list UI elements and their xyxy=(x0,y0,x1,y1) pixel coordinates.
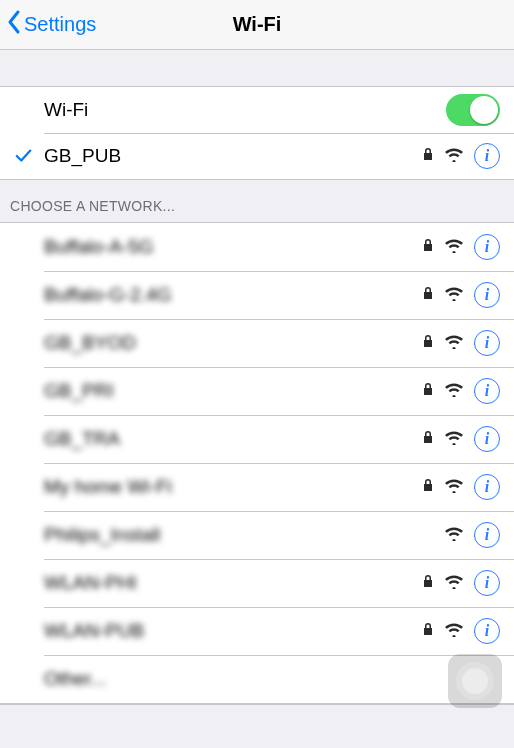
info-icon: i xyxy=(485,527,489,543)
network-row[interactable]: My home Wi-Fii xyxy=(0,463,514,511)
wifi-icon xyxy=(444,525,464,545)
spacer xyxy=(0,50,514,86)
back-button[interactable]: Settings xyxy=(6,8,96,41)
bottom-spacer xyxy=(0,704,514,744)
network-name: WLAN-PUB xyxy=(44,620,422,642)
wifi-icon xyxy=(444,381,464,401)
lock-icon xyxy=(422,621,434,641)
lock-icon xyxy=(422,429,434,449)
wifi-icon xyxy=(444,429,464,449)
info-button[interactable]: i xyxy=(474,282,500,308)
navbar: Settings Wi-Fi xyxy=(0,0,514,50)
other-label: Other... xyxy=(44,668,500,690)
networks-group: Buffalo-A-5GiBuffalo-G-2.4GiGB_BYODiGB_P… xyxy=(0,222,514,704)
info-button[interactable]: i xyxy=(474,378,500,404)
network-row[interactable]: WLAN-PHIi xyxy=(0,559,514,607)
info-button[interactable]: i xyxy=(474,143,500,169)
wifi-icon xyxy=(444,146,464,166)
assistive-touch-button[interactable] xyxy=(448,654,502,708)
wifi-group: Wi-Fi GB_PUB i xyxy=(0,86,514,180)
network-name: GB_BYOD xyxy=(44,332,422,354)
info-icon: i xyxy=(485,431,489,447)
info-icon: i xyxy=(485,239,489,255)
wifi-toggle-label: Wi-Fi xyxy=(44,99,446,121)
info-icon: i xyxy=(485,575,489,591)
wifi-icon xyxy=(444,333,464,353)
info-button[interactable]: i xyxy=(474,426,500,452)
network-name: WLAN-PHI xyxy=(44,572,422,594)
network-name: My home Wi-Fi xyxy=(44,476,422,498)
network-row[interactable]: GB_BYODi xyxy=(0,319,514,367)
info-button[interactable]: i xyxy=(474,234,500,260)
chevron-left-icon xyxy=(6,8,22,41)
wifi-toggle[interactable] xyxy=(446,94,500,126)
check-icon xyxy=(12,147,36,165)
info-button[interactable]: i xyxy=(474,618,500,644)
network-row[interactable]: GB_TRAi xyxy=(0,415,514,463)
network-name: Buffalo-G-2.4G xyxy=(44,284,422,306)
info-icon: i xyxy=(485,479,489,495)
lock-icon xyxy=(422,573,434,593)
network-row[interactable]: Buffalo-A-5Gi xyxy=(0,223,514,271)
info-icon: i xyxy=(485,148,489,164)
assistive-touch-icon xyxy=(462,668,488,694)
lock-icon xyxy=(422,237,434,257)
network-name: GB_PRI xyxy=(44,380,422,402)
wifi-icon xyxy=(444,477,464,497)
network-row[interactable]: Philips_Installi xyxy=(0,511,514,559)
lock-icon xyxy=(422,285,434,305)
wifi-icon xyxy=(444,621,464,641)
lock-icon xyxy=(422,146,434,166)
network-row[interactable]: Buffalo-G-2.4Gi xyxy=(0,271,514,319)
lock-icon xyxy=(422,333,434,353)
other-network-row[interactable]: Other... xyxy=(0,655,514,703)
wifi-icon xyxy=(444,237,464,257)
info-button[interactable]: i xyxy=(474,474,500,500)
back-label: Settings xyxy=(24,13,96,36)
info-button[interactable]: i xyxy=(474,522,500,548)
page-title: Wi-Fi xyxy=(233,13,282,36)
wifi-icon xyxy=(444,573,464,593)
info-button[interactable]: i xyxy=(474,330,500,356)
network-name: Buffalo-A-5G xyxy=(44,236,422,258)
wifi-toggle-row: Wi-Fi xyxy=(0,87,514,133)
info-button[interactable]: i xyxy=(474,570,500,596)
info-icon: i xyxy=(485,287,489,303)
connected-network-name: GB_PUB xyxy=(44,145,422,167)
network-name: GB_TRA xyxy=(44,428,422,450)
network-row[interactable]: WLAN-PUBi xyxy=(0,607,514,655)
wifi-icon xyxy=(444,285,464,305)
info-icon: i xyxy=(485,623,489,639)
info-icon: i xyxy=(485,335,489,351)
connected-network-row[interactable]: GB_PUB i xyxy=(0,133,514,179)
network-row[interactable]: GB_PRIi xyxy=(0,367,514,415)
network-name: Philips_Install xyxy=(44,524,444,546)
choose-network-header: Choose a Network... xyxy=(0,180,514,222)
info-icon: i xyxy=(485,383,489,399)
lock-icon xyxy=(422,381,434,401)
lock-icon xyxy=(422,477,434,497)
